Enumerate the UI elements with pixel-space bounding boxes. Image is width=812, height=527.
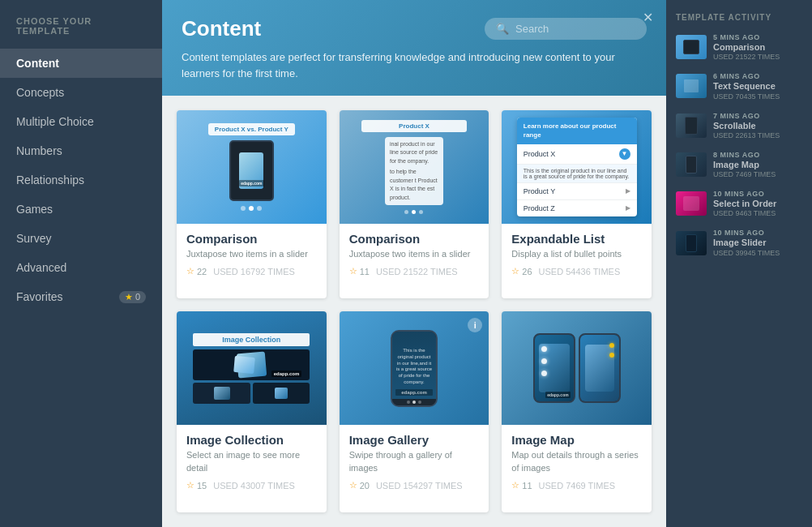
sidebar-item-advanced[interactable]: Advanced xyxy=(0,253,162,282)
star-icon: ☆ xyxy=(186,266,194,276)
card-preview-comparison-1: Product X vs. Product Y edapp.com xyxy=(177,110,327,224)
template-card-image-map[interactable]: edapp.com xyxy=(502,311,652,512)
activity-name: Text Sequence xyxy=(713,80,802,92)
template-card-image-collection[interactable]: Image Collection edapp.com xyxy=(177,311,327,512)
activity-item-4[interactable]: 10 MINS AGO Select in Order USED 9463 TI… xyxy=(676,190,802,217)
used-count: USED 7469 TIMES xyxy=(539,481,616,491)
card-desc: Juxtapose two items in a slider xyxy=(186,248,317,260)
main-content: ✕ Content 🔍 Content templates are perfec… xyxy=(162,0,666,527)
card-info-comparison-1: Comparison Juxtapose two items in a slid… xyxy=(177,224,327,285)
search-icon: 🔍 xyxy=(496,23,509,35)
activity-used: USED 21522 TIMES xyxy=(713,53,802,61)
template-grid: Product X vs. Product Y edapp.com xyxy=(162,96,666,527)
collection-title-badge: Image Collection xyxy=(193,333,310,346)
card-desc: Display a list of bullet points xyxy=(511,248,642,260)
sidebar-title: CHOOSE YOUR TEMPLATE xyxy=(0,16,162,49)
star-count: ☆ 15 xyxy=(186,480,207,491)
header-row: Content 🔍 xyxy=(182,16,647,41)
card-stats: ☆ 15 USED 43007 TIMES xyxy=(186,480,317,491)
used-count: USED 21522 TIMES xyxy=(376,267,458,276)
card-stats: ☆ 20 USED 154297 TIMES xyxy=(349,480,480,491)
template-card-image-gallery[interactable]: i This is the original product in our li… xyxy=(340,311,489,512)
activity-thumb-3 xyxy=(676,152,707,177)
activity-info-2: 7 MINS AGO Scrollable USED 22613 TIMES xyxy=(713,112,802,139)
star-count: ☆ 11 xyxy=(511,480,532,491)
star-count: ☆ 26 xyxy=(511,266,532,276)
card-preview-comparison-2: Product X inal product in our line sourc… xyxy=(340,110,489,224)
activity-time: 7 MINS AGO xyxy=(713,112,802,120)
activity-used: USED 7469 TIMES xyxy=(713,170,802,178)
activity-thumb-5 xyxy=(676,231,707,255)
right-panel: TEMPLATE ACTIVITY 5 MINS AGO Comparison … xyxy=(666,0,812,527)
activity-item-2[interactable]: 7 MINS AGO Scrollable USED 22613 TIMES xyxy=(676,112,802,139)
sidebar-item-content[interactable]: Content xyxy=(0,49,162,78)
card-name: Image Map xyxy=(511,433,642,447)
card-stats: ☆ 22 USED 16792 TIMES xyxy=(186,266,317,276)
activity-title: TEMPLATE ACTIVITY xyxy=(676,13,802,22)
activity-item-1[interactable]: 6 MINS AGO Text Sequence USED 70435 TIME… xyxy=(676,72,802,100)
activity-time: 8 MINS AGO xyxy=(713,151,802,159)
activity-name: Select in Order xyxy=(713,198,802,209)
star-count: ☆ 20 xyxy=(349,480,370,491)
activity-item-0[interactable]: 5 MINS AGO Comparison USED 21522 TIMES xyxy=(676,33,802,61)
page-title: Content xyxy=(182,16,261,41)
activity-info-1: 6 MINS AGO Text Sequence USED 70435 TIME… xyxy=(713,72,802,100)
activity-info-5: 10 MINS AGO Image Slider USED 39945 TIME… xyxy=(713,229,802,256)
template-card-expandable-list[interactable]: Learn more about our product range Produ… xyxy=(502,110,652,298)
template-card-comparison-2[interactable]: Product X inal product in our line sourc… xyxy=(340,110,489,298)
sidebar-item-relationships[interactable]: Relationships xyxy=(0,165,162,195)
activity-thumb-1 xyxy=(676,74,707,98)
search-bar: 🔍 xyxy=(485,18,647,40)
star-count: ☆ 11 xyxy=(349,266,370,276)
card-desc: Swipe through a gallery of images xyxy=(349,449,480,474)
activity-time: 6 MINS AGO xyxy=(713,72,802,80)
activity-used: USED 70435 TIMES xyxy=(713,92,802,101)
card-preview-image-gallery: i This is the original product in our li… xyxy=(340,311,489,425)
used-count: USED 54436 TIMES xyxy=(539,267,621,276)
card-stats: ☆ 11 USED 21522 TIMES xyxy=(349,266,480,276)
content-subtitle: Content templates are perfect for transf… xyxy=(182,49,635,81)
sidebar-item-concepts[interactable]: Concepts xyxy=(0,78,162,107)
search-input[interactable] xyxy=(515,23,629,35)
sidebar-item-numbers[interactable]: Numbers xyxy=(0,136,162,165)
sidebar-item-favorites[interactable]: Favorites ★ 0 xyxy=(0,282,162,311)
card-name: Image Gallery xyxy=(349,433,480,447)
star-icon: ☆ xyxy=(511,480,519,491)
card-info-expandable: Expandable List Display a list of bullet… xyxy=(502,224,652,285)
close-button[interactable]: ✕ xyxy=(636,6,660,28)
star-icon: ☆ xyxy=(511,266,519,276)
comp-label-1: Product X vs. Product Y xyxy=(208,123,295,135)
star-icon: ☆ xyxy=(349,480,357,491)
activity-name: Image Slider xyxy=(713,237,802,248)
card-name: Comparison xyxy=(349,232,480,246)
card-name: Image Collection xyxy=(186,433,317,447)
template-card-comparison-1[interactable]: Product X vs. Product Y edapp.com xyxy=(177,110,327,298)
card-info-image-gallery: Image Gallery Swipe through a gallery of… xyxy=(340,425,489,499)
card-preview-image-collection: Image Collection edapp.com xyxy=(177,311,327,425)
sidebar: CHOOSE YOUR TEMPLATE Content Concepts Mu… xyxy=(0,0,162,527)
sidebar-item-games[interactable]: Games xyxy=(0,195,162,224)
activity-thumb-2 xyxy=(676,114,707,138)
activity-name: Scrollable xyxy=(713,120,802,131)
card-desc: Select an image to see more detail xyxy=(186,449,317,474)
activity-item-5[interactable]: 10 MINS AGO Image Slider USED 39945 TIME… xyxy=(676,229,802,256)
activity-used: USED 9463 TIMES xyxy=(713,209,802,217)
comp-label-2: Product X xyxy=(361,120,466,132)
activity-thumb-0 xyxy=(676,35,707,59)
used-count: USED 43007 TIMES xyxy=(213,481,295,491)
activity-used: USED 39945 TIMES xyxy=(713,249,802,257)
used-count: USED 16792 TIMES xyxy=(213,267,295,276)
activity-info-0: 5 MINS AGO Comparison USED 21522 TIMES xyxy=(713,33,802,61)
sidebar-item-multiple-choice[interactable]: Multiple Choice xyxy=(0,107,162,136)
card-info-comparison-2: Comparison Juxtapose two items in a slid… xyxy=(340,224,489,285)
activity-time: 10 MINS AGO xyxy=(713,190,802,198)
card-desc: Juxtapose two items in a slider xyxy=(349,248,480,260)
card-preview-expandable: Learn more about our product range Produ… xyxy=(502,110,652,224)
star-icon: ☆ xyxy=(349,266,357,276)
activity-info-4: 10 MINS AGO Select in Order USED 9463 TI… xyxy=(713,190,802,217)
activity-used: USED 22613 TIMES xyxy=(713,131,802,139)
sidebar-item-survey[interactable]: Survey xyxy=(0,224,162,253)
activity-thumb-4 xyxy=(676,191,707,216)
activity-item-3[interactable]: 8 MINS AGO Image Map USED 7469 TIMES xyxy=(676,151,802,178)
card-info-image-map: Image Map Map out details through a seri… xyxy=(502,425,652,499)
